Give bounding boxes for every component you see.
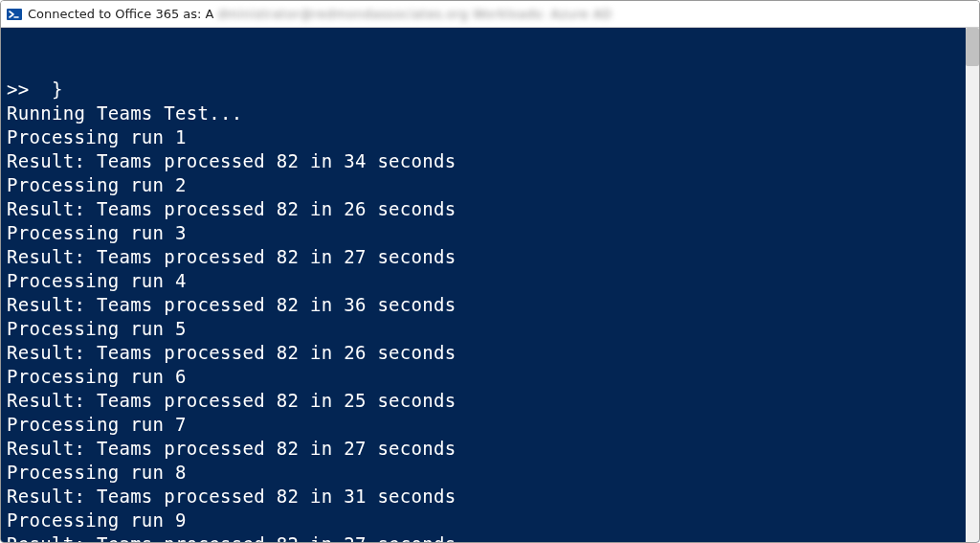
svg-rect-0 xyxy=(7,9,22,20)
powershell-window: Connected to Office 365 as: A dministrat… xyxy=(0,0,980,543)
title-visible: Connected to Office 365 as: A xyxy=(28,7,214,21)
scrollbar-track[interactable] xyxy=(966,28,979,542)
scrollbar-thumb[interactable] xyxy=(966,28,979,66)
console-text: >> } Running Teams Test... Processing ru… xyxy=(7,78,973,542)
console-output[interactable]: >> } Running Teams Test... Processing ru… xyxy=(1,28,979,542)
titlebar[interactable]: Connected to Office 365 as: A dministrat… xyxy=(1,1,979,28)
title-blurred: dministrator@redmondassociates.org Workl… xyxy=(218,7,612,21)
powershell-icon xyxy=(7,7,22,22)
window-title: Connected to Office 365 as: A dministrat… xyxy=(28,7,612,21)
